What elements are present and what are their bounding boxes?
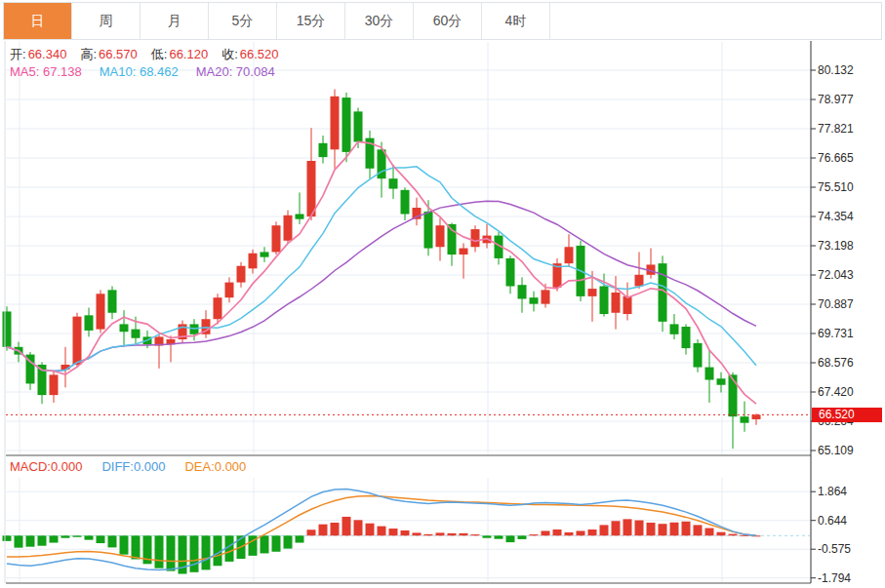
candle [296, 215, 304, 219]
candle [307, 161, 316, 216]
candle [471, 229, 480, 247]
macd-legend-item: MACD:0.000 [10, 459, 82, 474]
macd-bar [284, 535, 293, 548]
macd-bar [26, 535, 35, 546]
candle [741, 416, 749, 422]
candle [530, 297, 539, 303]
candle [565, 247, 574, 263]
candle [424, 212, 433, 249]
candle [261, 252, 269, 256]
macd-bar [624, 519, 632, 535]
candle [518, 285, 527, 298]
kline-chart[interactable] [0, 0, 885, 588]
ma-legend-item: MA20: 70.084 [196, 64, 275, 79]
macd-bar [50, 535, 59, 542]
period-tabbar: 日周月5分15分30分60分4时 [3, 2, 882, 40]
ohlc-item: 高:66.570 [80, 47, 137, 61]
macd-bar [366, 524, 375, 536]
candle [249, 254, 258, 269]
candle [331, 97, 340, 150]
macd-bar [682, 522, 691, 536]
price-axis-label: 67.420 [818, 385, 854, 399]
macd-bar [705, 529, 714, 536]
candle [97, 294, 105, 329]
macd-bar [167, 535, 176, 570]
macd-bar [319, 525, 328, 536]
macd-bar [542, 530, 550, 535]
candle [624, 296, 632, 314]
ma-legend-item: MA5: 67.138 [10, 64, 82, 79]
candle [342, 98, 351, 152]
candle [132, 330, 141, 338]
ohlc-item: 开:66.340 [10, 47, 66, 61]
candle [460, 249, 468, 255]
candle [284, 216, 293, 241]
macd-bar [120, 535, 129, 554]
current-price-badge: 66.520 [812, 408, 882, 422]
ohlc-legend: 开:66.340高:66.570低:66.120收:66.520 [10, 46, 293, 63]
macd-legend-item: DIFF:0.000 [101, 459, 165, 474]
tab-15min[interactable]: 15分 [277, 3, 345, 39]
macd-bar [307, 529, 316, 535]
macd-bar [413, 532, 422, 535]
tab-5min[interactable]: 5分 [209, 3, 277, 39]
macd-bar [553, 529, 562, 535]
tab-monthly[interactable]: 月 [141, 3, 209, 39]
candle [588, 289, 597, 296]
macd-legend: MACD:0.000DIFF:0.000DEA:0.000 [10, 459, 265, 474]
price-axis-label: 78.977 [818, 93, 854, 106]
macd-bar [588, 529, 597, 535]
macd-bar [694, 525, 703, 535]
macd-bar [530, 534, 539, 535]
candle [214, 297, 222, 319]
macd-bar [729, 534, 738, 536]
candle [448, 224, 457, 255]
price-axis-label: 73.198 [818, 239, 854, 253]
macd-bar [108, 535, 117, 547]
price-axis-label: 80.132 [818, 63, 854, 77]
macd-bar [448, 533, 457, 535]
macd-bar [506, 535, 515, 542]
candle [670, 324, 679, 333]
macd-axis-label: 0.644 [818, 514, 847, 528]
candle [682, 327, 691, 348]
price-axis-label: 65.109 [818, 444, 854, 457]
macd-bar [577, 530, 585, 535]
tab-weekly[interactable]: 周 [72, 3, 141, 39]
candle [729, 374, 738, 416]
macd-bar [73, 535, 82, 536]
tab-60min[interactable]: 60分 [414, 3, 482, 39]
candle [389, 178, 398, 188]
price-axis-label: 72.043 [818, 268, 854, 282]
ohlc-item: 低:66.120 [151, 47, 208, 61]
macd-bar [85, 535, 94, 539]
macd-bar [635, 521, 644, 536]
ma-legend: MA5: 67.138MA10: 68.462MA20: 70.084 [10, 64, 293, 79]
kline-app: 日周月5分15分30分60分4时 开:66.340高:66.570低:66.12… [0, 0, 885, 588]
candle [319, 143, 328, 157]
macd-bar [612, 521, 621, 535]
macd-bar [354, 520, 363, 535]
macd-bar [378, 527, 386, 536]
candle [436, 225, 445, 247]
candle [108, 290, 117, 312]
tab-4hour[interactable]: 4时 [482, 3, 550, 39]
candle [272, 225, 281, 252]
macd-bar [272, 535, 281, 551]
tab-30min[interactable]: 30分 [345, 3, 414, 39]
candle [694, 343, 703, 368]
macd-bar [261, 535, 269, 553]
macd-axis-label: -1.794 [818, 571, 851, 585]
macd-bar [659, 524, 667, 535]
candle [3, 311, 12, 346]
candle [354, 111, 363, 141]
macd-bar [647, 523, 656, 535]
candle [506, 258, 515, 287]
tab-daily[interactable]: 日 [4, 3, 72, 39]
macd-bar [342, 517, 351, 535]
candle [50, 374, 59, 395]
macd-bar [38, 535, 47, 545]
candle [612, 293, 621, 313]
macd-bar [190, 535, 199, 572]
candle [237, 266, 246, 283]
